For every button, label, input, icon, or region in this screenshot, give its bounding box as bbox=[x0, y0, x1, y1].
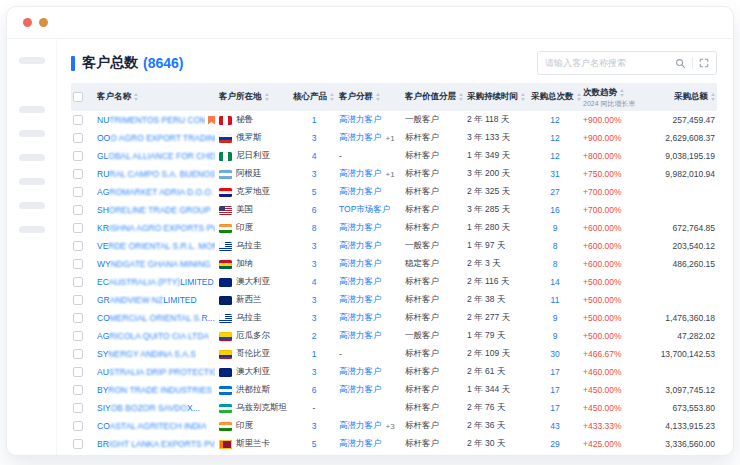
customer-name-link[interactable]: WYNDGATE GHANA MINING bbox=[97, 259, 211, 269]
table-row[interactable]: GRANDVIEW NZ LIMITED 新西兰 3 高潜力客户 标杆客户 2 … bbox=[71, 291, 717, 309]
purchase-count[interactable]: 12 bbox=[550, 151, 559, 161]
products-count[interactable]: 6 bbox=[312, 385, 317, 395]
products-count[interactable]: 1 bbox=[312, 349, 317, 359]
segment-link[interactable]: 高潜力客户 bbox=[339, 294, 382, 306]
table-row[interactable]: GLOBAL ALLIANCE FOR CHEMICAL 尼日利亚 4 - 标杆… bbox=[71, 147, 717, 165]
table-row[interactable]: COASTAL AGRITECH INDIA 印度 3 高潜力客户 +3 标杆客… bbox=[71, 417, 717, 435]
products-count[interactable]: 3 bbox=[312, 259, 317, 269]
products-count[interactable]: 3 bbox=[312, 169, 317, 179]
customer-name-link[interactable]: COASTAL AGRITECH INDIA bbox=[97, 421, 207, 431]
purchase-count[interactable]: 8 bbox=[553, 241, 558, 251]
customer-name-link[interactable]: OOO AGRO EXPORT TRADING bbox=[97, 133, 215, 143]
sort-icon[interactable] bbox=[521, 93, 525, 101]
header-products[interactable]: 核心产品 bbox=[291, 91, 337, 103]
customer-name-link[interactable]: AGROMARKET ADRIA D.O.O. bbox=[97, 187, 214, 197]
header-location[interactable]: 客户所在地 bbox=[217, 91, 291, 103]
row-checkbox[interactable] bbox=[73, 205, 83, 215]
customer-name-link[interactable]: SIYOB BOZOR SAVDO X... bbox=[97, 403, 200, 413]
row-checkbox[interactable] bbox=[73, 349, 83, 359]
row-checkbox[interactable] bbox=[73, 223, 83, 233]
products-count[interactable]: 3 bbox=[312, 241, 317, 251]
customer-name-link[interactable]: VERDE ORIENTAL S.R.L. MON bbox=[97, 241, 215, 251]
customer-name-link[interactable]: AUSTRALIA DRIP PROTECTION P... bbox=[97, 367, 215, 377]
products-count[interactable]: 8 bbox=[312, 223, 317, 233]
purchase-count[interactable]: 9 bbox=[553, 223, 558, 233]
purchase-count[interactable]: 14 bbox=[550, 277, 559, 287]
row-checkbox[interactable] bbox=[73, 133, 83, 143]
row-checkbox[interactable] bbox=[73, 403, 83, 413]
header-tier[interactable]: 客户价值分层 bbox=[403, 91, 465, 103]
segment-link[interactable]: 高潜力客户 bbox=[339, 438, 382, 450]
row-checkbox[interactable] bbox=[73, 439, 83, 449]
header-duration[interactable]: 采购持续时间 bbox=[465, 91, 529, 103]
purchase-count[interactable]: 12 bbox=[550, 133, 559, 143]
purchase-count[interactable]: 17 bbox=[550, 367, 559, 377]
customer-name-link[interactable]: BRIGHT LANKA EXPORTS PVT LTD bbox=[97, 439, 215, 449]
segment-link[interactable]: 高潜力客户 bbox=[339, 114, 382, 126]
header-amount[interactable]: 采购总额 bbox=[647, 91, 717, 103]
segment-link[interactable]: 高潜力客户 bbox=[339, 168, 382, 180]
products-count[interactable]: 1 bbox=[312, 115, 317, 125]
products-count[interactable]: 3 bbox=[312, 133, 317, 143]
purchase-count[interactable]: 43 bbox=[550, 421, 559, 431]
segment-link[interactable]: TOP市场客户 bbox=[339, 204, 390, 216]
table-row[interactable]: NUTRIMENTOS PERU COMPANY S.A.C 秘鲁 1 高潜力客… bbox=[71, 111, 717, 129]
table-row[interactable]: SHORELINE TRADE GROUP 美国 6 TOP市场客户 标杆客户 … bbox=[71, 201, 717, 219]
table-row[interactable]: WYNDGATE GHANA MINING 加纳 3 高潜力客户 稳定客户 2 … bbox=[71, 255, 717, 273]
table-row[interactable]: SYNERGY ANDINA S.A.S 哥伦比亚 1 - 标杆客户 2 年 1… bbox=[71, 345, 717, 363]
purchase-count[interactable]: 8 bbox=[553, 259, 558, 269]
search-box[interactable] bbox=[537, 51, 717, 75]
products-count[interactable]: 3 bbox=[312, 367, 317, 377]
customer-name-link[interactable]: BYRON TRADE INDUSTRIES bbox=[97, 385, 212, 395]
purchase-count[interactable]: 31 bbox=[550, 169, 559, 179]
products-count[interactable]: 3 bbox=[312, 295, 317, 305]
table-row[interactable]: COMERCIAL ORIENTAL S. R... 乌拉圭 3 高潜力客户 标… bbox=[71, 309, 717, 327]
table-row[interactable]: BRIGHT LANKA EXPORTS PVT LTD 斯里兰卡 5 高潜力客… bbox=[71, 435, 717, 453]
table-row[interactable]: AGRICOLA QUITO CIA LTDA 厄瓜多尔 2 高潜力客户 一般客… bbox=[71, 327, 717, 345]
row-checkbox[interactable] bbox=[73, 385, 83, 395]
purchase-count[interactable]: 27 bbox=[550, 187, 559, 197]
segment-link[interactable]: 高潜力客户 bbox=[339, 240, 382, 252]
products-count[interactable]: 4 bbox=[312, 277, 317, 287]
customer-name-link[interactable]: SYNERGY ANDINA S.A.S bbox=[97, 349, 196, 359]
segment-link[interactable]: 高潜力客户 bbox=[339, 366, 382, 378]
customer-name-link[interactable]: GLOBAL ALLIANCE FOR CHEMICAL bbox=[97, 151, 215, 161]
sort-icon[interactable] bbox=[134, 93, 138, 101]
sort-icon[interactable] bbox=[711, 93, 715, 101]
customer-name-link[interactable]: COMERCIAL ORIENTAL S. R... bbox=[97, 313, 215, 323]
header-segment[interactable]: 客户分群 bbox=[337, 91, 403, 103]
products-count[interactable]: - bbox=[313, 403, 316, 413]
purchase-count[interactable]: 16 bbox=[550, 205, 559, 215]
segment-link[interactable]: - bbox=[339, 151, 342, 161]
segment-link[interactable]: 高潜力客户 bbox=[339, 222, 382, 234]
products-count[interactable]: 5 bbox=[312, 439, 317, 449]
row-checkbox[interactable] bbox=[73, 169, 83, 179]
table-row[interactable]: VERDE ORIENTAL S.R.L. MON 乌拉圭 3 高潜力客户 一般… bbox=[71, 237, 717, 255]
segment-link[interactable]: 高潜力客户 bbox=[339, 312, 382, 324]
expand-icon[interactable] bbox=[699, 58, 709, 68]
sort-icon[interactable] bbox=[459, 93, 463, 101]
header-customer-name[interactable]: 客户名称 bbox=[95, 91, 217, 103]
segment-link[interactable]: 高潜力客户 bbox=[339, 132, 382, 144]
customer-name-link[interactable]: SHORELINE TRADE GROUP bbox=[97, 205, 211, 215]
customer-name-link[interactable]: NUTRIMENTOS PERU COMPANY S.A.C bbox=[97, 115, 205, 125]
row-checkbox[interactable] bbox=[73, 421, 83, 431]
customer-name-link[interactable]: RURAL CAMPO S.A. BUENOS bbox=[97, 169, 215, 179]
purchase-count[interactable]: 11 bbox=[551, 295, 560, 305]
table-row[interactable]: KRISHNA AGRO EXPORTS PVT 印度 8 高潜力客户 标杆客户… bbox=[71, 219, 717, 237]
sort-icon[interactable] bbox=[577, 93, 581, 101]
sort-icon[interactable] bbox=[265, 93, 269, 101]
table-row[interactable]: AUSTRALIA DRIP PROTECTION P... 澳大利亚 3 高潜… bbox=[71, 363, 717, 381]
table-row[interactable]: EC AUSTRALIA (PTY) LIMITED 澳大利亚 4 高潜力客户 … bbox=[71, 273, 717, 291]
row-checkbox[interactable] bbox=[73, 277, 83, 287]
purchase-count[interactable]: 17 bbox=[550, 385, 559, 395]
segment-link[interactable]: 高潜力客户 bbox=[339, 186, 382, 198]
segment-link[interactable]: - bbox=[339, 349, 342, 359]
sort-icon[interactable] bbox=[376, 93, 380, 101]
row-checkbox[interactable] bbox=[73, 295, 83, 305]
segment-link[interactable]: 高潜力客户 bbox=[339, 420, 382, 432]
search-input[interactable] bbox=[545, 58, 669, 68]
row-checkbox[interactable] bbox=[73, 151, 83, 161]
select-all-checkbox[interactable] bbox=[73, 92, 83, 102]
segment-link[interactable]: 高潜力客户 bbox=[339, 258, 382, 270]
